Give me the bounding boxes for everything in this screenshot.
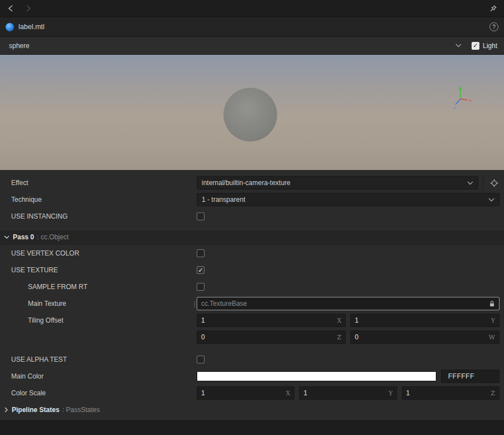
pipeline-states-type: : PassStates <box>62 406 99 414</box>
tiling-offset-label: Tiling Offset <box>28 316 197 324</box>
sample-from-rt-label: SAMPLE FROM RT <box>28 283 197 291</box>
tiling-offset-row-2: 0 Z 0 W <box>0 329 504 346</box>
use-vertex-color-label: USE VERTEX COLOR <box>11 249 197 257</box>
tiling-offset-x-field[interactable]: 1 X <box>197 314 346 327</box>
color-scale-x-field[interactable]: 1 X <box>197 386 294 400</box>
lock-icon[interactable] <box>489 300 495 307</box>
color-scale-z-value: 1 <box>406 389 489 397</box>
help-button[interactable]: ? <box>489 22 498 31</box>
technique-select[interactable]: 1 - transparent <box>197 193 500 206</box>
pipeline-states-title: Pipeline States <box>12 406 59 414</box>
use-alpha-test-checkbox[interactable] <box>197 356 205 363</box>
chevron-down-icon <box>455 44 462 48</box>
pin-button[interactable] <box>488 3 498 13</box>
use-instancing-checkbox[interactable] <box>197 212 205 220</box>
tiling-offset-y-value: 1 <box>355 316 489 324</box>
effect-select-value: internal/builtin-camera-texture <box>202 179 291 187</box>
tiling-offset-w-field[interactable]: 0 W <box>350 330 500 344</box>
nav-back-button[interactable] <box>6 3 16 13</box>
axis-y-label: Y <box>491 317 495 324</box>
technique-row: Technique 1 - transparent <box>0 191 504 208</box>
pass-0-title: Pass 0 <box>13 233 34 241</box>
use-texture-row: USE TEXTURE ✓ <box>0 262 504 278</box>
tiling-offset-w-value: 0 <box>355 333 487 341</box>
pin-icon <box>489 4 497 12</box>
locate-effect-button[interactable] <box>483 176 500 190</box>
axis-y-label: Y <box>388 390 392 397</box>
chevron-down-icon <box>4 235 9 239</box>
effect-label: Effect <box>11 179 197 187</box>
axis-gizmo: y x z <box>447 84 474 113</box>
main-color-hex-value: FFFFFF <box>448 372 474 380</box>
effect-row: Effect internal/builtin-camera-texture <box>0 174 504 191</box>
color-scale-row: Color Scale 1 X 1 Y 1 Z <box>0 385 504 401</box>
main-texture-label: Main Texture <box>28 300 197 308</box>
color-scale-y-field[interactable]: 1 Y <box>299 386 397 400</box>
use-instancing-label: USE INSTANCING <box>11 212 197 220</box>
tiling-offset-z-value: 0 <box>201 333 335 341</box>
material-file-icon <box>6 23 14 31</box>
axis-z-label: Z <box>337 334 341 341</box>
use-vertex-color-row: USE VERTEX COLOR <box>0 245 504 262</box>
light-toggle[interactable]: ✓ Light <box>472 42 498 50</box>
preview-toolbar: sphere ✓ Light <box>0 37 504 55</box>
effect-select[interactable]: internal/builtin-camera-texture <box>197 176 478 190</box>
axis-z-label: Z <box>491 390 495 397</box>
locate-target-icon <box>490 179 498 187</box>
color-scale-z-field[interactable]: 1 Z <box>402 386 500 400</box>
sample-from-rt-checkbox[interactable] <box>197 283 205 291</box>
main-color-hex-field[interactable]: FFFFFF <box>441 370 500 383</box>
pipeline-states-header[interactable]: Pipeline States : PassStates <box>0 401 504 418</box>
asset-header: label.mtl ? <box>0 17 504 37</box>
preview-sphere <box>224 88 277 141</box>
main-texture-field <box>197 297 500 310</box>
chevron-left-icon <box>7 4 14 12</box>
main-color-label: Main Color <box>11 372 197 380</box>
gizmo-z-label: z <box>453 106 455 110</box>
use-alpha-test-row: USE ALPHA TEST <box>0 351 504 368</box>
material-preview-viewport[interactable]: y x z <box>0 55 504 170</box>
technique-label: Technique <box>11 196 197 204</box>
gizmo-x-label: x <box>469 98 472 103</box>
axis-x-label: X <box>337 317 341 324</box>
nav-bar <box>0 0 504 17</box>
material-inspector: Effect internal/builtin-camera-texture T… <box>0 170 504 420</box>
gizmo-y-label: y <box>458 85 460 89</box>
chevron-down-icon <box>467 181 473 185</box>
main-texture-row: Main Texture ⋮ <box>0 295 504 312</box>
model-select-value: sphere <box>9 42 30 50</box>
light-label: Light <box>483 42 497 50</box>
light-checkbox[interactable]: ✓ <box>472 42 479 50</box>
bottom-bar <box>0 420 504 435</box>
color-scale-y-value: 1 <box>303 389 386 397</box>
main-texture-input[interactable] <box>201 300 486 308</box>
pass-0-type: : cc.Object <box>37 233 69 241</box>
axis-w-label: W <box>489 334 495 341</box>
tiling-offset-x-value: 1 <box>201 316 335 324</box>
use-texture-checkbox[interactable]: ✓ <box>197 266 205 274</box>
question-mark-icon: ? <box>492 24 496 30</box>
main-color-swatch[interactable] <box>197 371 436 381</box>
color-scale-label: Color Scale <box>11 389 197 397</box>
pass-0-header[interactable]: Pass 0 : cc.Object <box>0 229 504 245</box>
technique-select-value: 1 - transparent <box>202 196 245 204</box>
axis-x-label: X <box>286 390 290 397</box>
tiling-offset-y-field[interactable]: 1 Y <box>350 314 500 327</box>
asset-title: label.mtl <box>18 23 45 31</box>
nav-forward-button[interactable] <box>23 3 34 13</box>
use-texture-label: USE TEXTURE <box>11 266 197 274</box>
drag-handle-icon[interactable]: ⋮ <box>191 300 197 308</box>
tiling-offset-row: Tiling Offset 1 X 1 Y <box>0 312 504 329</box>
chevron-right-icon <box>4 407 8 413</box>
main-color-row: Main Color FFFFFF <box>0 368 504 385</box>
chevron-down-icon <box>488 198 495 202</box>
model-select[interactable]: sphere <box>6 39 465 53</box>
color-scale-x-value: 1 <box>201 389 283 397</box>
chevron-right-icon <box>25 4 32 12</box>
use-alpha-test-label: USE ALPHA TEST <box>11 356 197 363</box>
tiling-offset-z-field[interactable]: 0 Z <box>197 330 346 344</box>
use-instancing-row: USE INSTANCING <box>0 208 504 225</box>
sample-from-rt-row: SAMPLE FROM RT <box>0 278 504 295</box>
use-vertex-color-checkbox[interactable] <box>197 249 205 257</box>
